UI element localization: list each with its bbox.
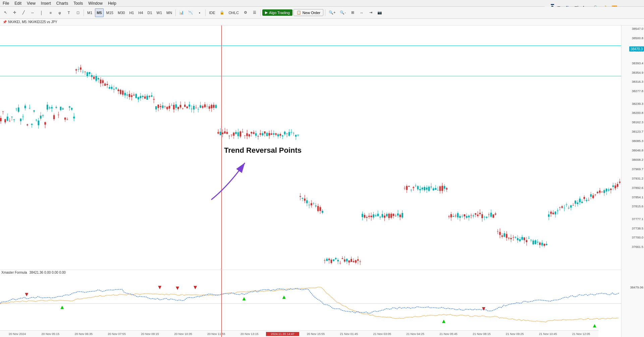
tf-w1[interactable]: W1 xyxy=(155,8,164,17)
chart-container: Trend Reversal Points Xmaster Formula 38… xyxy=(0,25,621,337)
time-stamp: 21 Nov 03:05 xyxy=(366,332,399,336)
indicator-values: 38421.36 0.00 0.00 0.00 xyxy=(29,271,65,274)
tf-h4[interactable]: H4 xyxy=(137,8,145,17)
price-label: 37738.5 xyxy=(632,226,643,230)
toolbar-separator-4 xyxy=(260,9,261,16)
line-tool[interactable]: ╱ xyxy=(19,8,28,17)
new-order-btn[interactable]: 📋 New Order xyxy=(293,9,323,16)
menu-window[interactable]: Window xyxy=(88,1,103,6)
price-label: 38200.8 xyxy=(632,111,643,115)
time-stamp: 21 Nov 12:05 xyxy=(565,332,598,336)
price-label: 38239.3 xyxy=(632,102,643,105)
time-stamp: 20 Nov 07:55 xyxy=(100,332,133,336)
crosshair-tool[interactable]: ✛ xyxy=(10,8,18,17)
menu-insert[interactable]: Insert xyxy=(41,1,51,6)
time-stamp: 21 Nov 09:25 xyxy=(498,332,531,336)
menu-charts[interactable]: Charts xyxy=(56,1,68,6)
indicator-canvas[interactable] xyxy=(0,270,621,337)
toolbar-separator-3 xyxy=(205,9,206,16)
auto-scroll-btn[interactable]: ↔ xyxy=(358,8,366,17)
time-axis: 20 Nov 202420 Nov 05:1520 Nov 06:3520 No… xyxy=(0,330,598,337)
time-stamp: 20 Nov 10:35 xyxy=(166,332,200,336)
expert-btn[interactable]: ⚙ xyxy=(241,8,250,17)
shift-btn[interactable]: ⇥ xyxy=(367,8,375,17)
lock-btn[interactable]: 🔒 xyxy=(218,8,226,17)
tf-m1[interactable]: M1 xyxy=(86,8,94,17)
price-label: 37931.2 xyxy=(632,176,643,180)
toolbar: ↖ ✛ ╱ ─ │ ≡ φ T ◻ M1 M5 M15 M30 H1 H4 D1… xyxy=(0,7,644,19)
toolbar-separator-5 xyxy=(325,9,325,16)
tf-m15[interactable]: M15 xyxy=(105,8,115,17)
chart-type-btn[interactable]: 📊 xyxy=(177,8,185,17)
price-label: 38008.2 xyxy=(632,157,643,161)
time-stamp: 20 Nov 09:15 xyxy=(133,332,167,336)
current-price-badge: 38470.3 xyxy=(629,46,644,51)
ohlc-btn[interactable]: OHLC xyxy=(227,8,241,17)
chart-line-btn[interactable]: 📉 xyxy=(186,8,195,17)
price-label: 37854.1 xyxy=(632,195,643,199)
time-stamp: 20 Nov 05:15 xyxy=(34,332,67,336)
tf-d1[interactable]: D1 xyxy=(146,8,154,17)
time-stamp: 20 Nov 06:35 xyxy=(67,332,100,336)
indicator-name: Xmaster Formula xyxy=(1,271,27,274)
time-stamp: 20 Nov 2024 xyxy=(1,332,34,336)
time-stamp: 21 Nov 10:45 xyxy=(531,332,565,336)
time-stamp: 21 Nov 04:25 xyxy=(399,332,432,336)
ide-btn[interactable]: IDE xyxy=(207,8,217,17)
price-label: 38354.9 xyxy=(632,70,643,74)
menu-view[interactable]: View xyxy=(27,1,36,6)
cursor-tool[interactable]: ↖ xyxy=(1,8,9,17)
fib-tool[interactable]: φ xyxy=(56,8,64,17)
tf-m5[interactable]: M5 xyxy=(95,8,103,17)
time-stamp: 20 Nov 13:15 xyxy=(233,332,266,336)
chart-bar-btn[interactable]: ▪ xyxy=(196,8,204,17)
price-label: 38085.3 xyxy=(632,139,643,143)
text-tool[interactable]: T xyxy=(65,8,73,17)
new-order-label: New Order xyxy=(303,11,320,15)
price-label: 37661.5 xyxy=(632,245,643,249)
price-label: 38162.3 xyxy=(632,120,643,124)
right-price-axis: 38547.038500.838431.9038393.438354.93831… xyxy=(621,25,644,337)
main-area: Trend Reversal Points Xmaster Formula 38… xyxy=(0,25,644,337)
tf-h1[interactable]: H1 xyxy=(127,8,136,17)
hline-tool[interactable]: ─ xyxy=(29,8,37,17)
price-label: 37892.6 xyxy=(632,186,643,189)
menu-bar: File Edit View Insert Charts Tools Windo… xyxy=(0,0,644,7)
vline-tool[interactable]: │ xyxy=(38,8,46,17)
price-label: 38316.3 xyxy=(632,80,643,83)
toolbar-separator-1 xyxy=(84,9,84,16)
menu-file[interactable]: File xyxy=(3,1,9,6)
channel-tool[interactable]: ≡ xyxy=(47,8,55,17)
candlestick-canvas[interactable] xyxy=(0,25,621,270)
time-stamp: 2024.11.20 14:47 xyxy=(266,332,299,336)
algo-trading-label: Algo Trading xyxy=(269,11,290,15)
algo-play-icon: ▶ xyxy=(265,10,268,15)
price-chart[interactable]: Trend Reversal Points xyxy=(0,25,621,270)
screenshot-btn[interactable]: 📷 xyxy=(376,8,384,17)
price-label: 37777.1 xyxy=(632,217,643,220)
zoom-in-btn[interactable]: 🔍+ xyxy=(327,8,337,17)
time-stamp: 21 Nov 08:15 xyxy=(465,332,498,336)
menu-tools[interactable]: Tools xyxy=(73,1,83,6)
time-stamp: 21 Nov 01:45 xyxy=(332,332,366,336)
svg-rect-1 xyxy=(551,4,554,5)
price-label: 38547.0 xyxy=(632,27,643,30)
indicator-chart[interactable]: Xmaster Formula 38421.36 0.00 0.00 0.00 xyxy=(0,270,621,337)
zoom-out-btn[interactable]: 🔍- xyxy=(338,8,347,17)
new-order-icon: 📋 xyxy=(297,10,301,15)
algo-trading-btn[interactable]: ▶ Algo Trading xyxy=(262,9,292,16)
tf-m30[interactable]: M30 xyxy=(116,8,126,17)
chart-symbol-label: NK#KEI, M5: NK#KEI225 vs JPY xyxy=(8,20,57,24)
tf-mn[interactable]: MN xyxy=(165,8,174,17)
settings-btn[interactable]: ☰ xyxy=(251,8,259,17)
price-label: 38277.8 xyxy=(632,89,643,93)
shapes-tool[interactable]: ◻ xyxy=(74,8,82,17)
price-label: 38500.8 xyxy=(632,36,643,40)
indicator-info: Xmaster Formula 38421.36 0.00 0.00 0.00 xyxy=(1,271,66,274)
time-stamp: 20 Nov 15:55 xyxy=(299,332,332,336)
chart-pin-icon: 📌 xyxy=(3,20,7,24)
menu-help[interactable]: Help xyxy=(108,1,116,6)
price-label: 37815.6 xyxy=(632,204,643,208)
grid-btn[interactable]: ⊞ xyxy=(348,8,357,17)
menu-edit[interactable]: Edit xyxy=(14,1,21,6)
